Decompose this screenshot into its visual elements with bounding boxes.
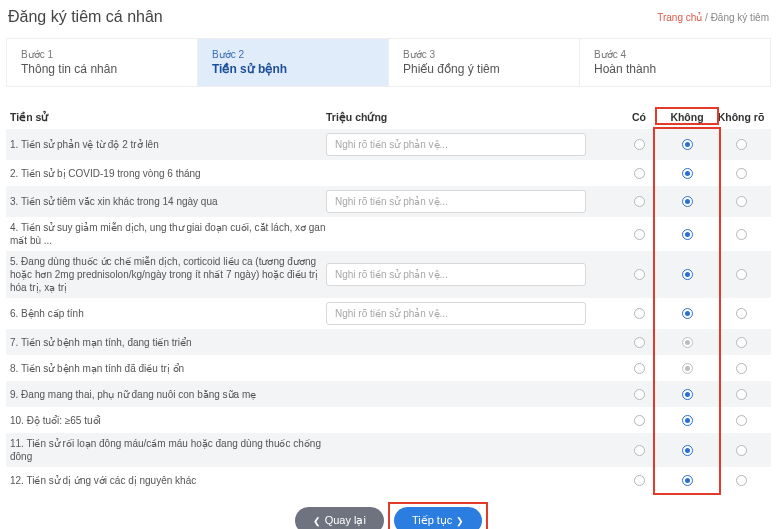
radio-yes[interactable] — [634, 389, 645, 400]
radio-no[interactable] — [682, 445, 693, 456]
radio-yes[interactable] — [634, 269, 645, 280]
symptom-input[interactable] — [326, 263, 586, 286]
radio-yes[interactable] — [634, 475, 645, 486]
radio-yes[interactable] — [634, 337, 645, 348]
row-option-cell — [711, 167, 771, 179]
row-option-cell — [615, 167, 663, 179]
table-row: 2. Tiền sử bị COVID-19 trong vòng 6 thán… — [6, 160, 771, 186]
row-label: 1. Tiền sử phản vệ từ độ 2 trở lên — [6, 138, 326, 151]
table-row: 7. Tiền sử bệnh mạn tính, đang tiến triể… — [6, 329, 771, 355]
radio-unknown[interactable] — [736, 196, 747, 207]
radio-no[interactable] — [682, 475, 693, 486]
radio-no[interactable] — [682, 337, 693, 348]
row-option-cell — [663, 196, 711, 208]
radio-unknown[interactable] — [736, 415, 747, 426]
step-label: Hoàn thành — [594, 62, 756, 76]
row-label: 9. Đang mang thai, phụ nữ đang nuôi con … — [6, 388, 326, 401]
row-label: 2. Tiền sử bị COVID-19 trong vòng 6 thán… — [6, 167, 326, 180]
radio-yes[interactable] — [634, 196, 645, 207]
row-option-cell — [663, 362, 711, 374]
radio-no[interactable] — [682, 415, 693, 426]
radio-yes[interactable] — [634, 415, 645, 426]
radio-unknown[interactable] — [736, 139, 747, 150]
table-header: Tiền sử Triệu chứng Có Không Không rõ — [6, 105, 771, 129]
row-option-cell — [615, 228, 663, 240]
row-option-cell — [711, 362, 771, 374]
radio-yes[interactable] — [634, 229, 645, 240]
step-1[interactable]: Bước 1 Thông tin cá nhân — [7, 39, 198, 86]
row-option-cell — [615, 474, 663, 486]
row-label: 10. Độ tuổi: ≥65 tuổi — [6, 414, 326, 427]
breadcrumb-home[interactable]: Trang chủ — [657, 12, 702, 23]
radio-unknown[interactable] — [736, 475, 747, 486]
radio-no[interactable] — [682, 389, 693, 400]
row-label: 3. Tiền sử tiêm vắc xin khác trong 14 ng… — [6, 195, 326, 208]
col-header-no: Không — [663, 111, 711, 123]
breadcrumb-current: Đăng ký tiêm — [711, 12, 769, 23]
step-num: Bước 2 — [212, 49, 374, 60]
row-option-cell — [615, 269, 663, 281]
row-option-cell — [711, 474, 771, 486]
col-header-unknown: Không rõ — [711, 111, 771, 123]
radio-unknown[interactable] — [736, 269, 747, 280]
radio-yes[interactable] — [634, 308, 645, 319]
radio-no[interactable] — [682, 363, 693, 374]
back-button[interactable]: ❮ Quay lại — [295, 507, 384, 529]
radio-unknown[interactable] — [736, 389, 747, 400]
row-option-cell — [711, 196, 771, 208]
radio-no[interactable] — [682, 229, 693, 240]
step-num: Bước 3 — [403, 49, 565, 60]
symptom-input[interactable] — [326, 302, 586, 325]
radio-unknown[interactable] — [736, 168, 747, 179]
radio-no[interactable] — [682, 168, 693, 179]
row-symptom-cell — [326, 133, 615, 156]
row-label: 4. Tiền sử suy giảm miễn dịch, ung thư g… — [6, 221, 326, 247]
radio-no[interactable] — [682, 308, 693, 319]
table-row: 3. Tiền sử tiêm vắc xin khác trong 14 ng… — [6, 186, 771, 217]
radio-yes[interactable] — [634, 445, 645, 456]
radio-unknown[interactable] — [736, 308, 747, 319]
radio-no[interactable] — [682, 139, 693, 150]
step-num: Bước 1 — [21, 49, 183, 60]
col-header-symptom: Triệu chứng — [326, 111, 615, 123]
radio-unknown[interactable] — [736, 363, 747, 374]
back-button-label: Quay lại — [325, 514, 366, 527]
row-option-cell — [615, 362, 663, 374]
radio-yes[interactable] — [634, 363, 645, 374]
table-row: 8. Tiền sử bệnh mạn tính đã điều trị ổn — [6, 355, 771, 381]
table-row: 5. Đang dùng thuốc ức chế miễn dịch, cor… — [6, 251, 771, 298]
next-button-label: Tiếp tục — [412, 514, 453, 527]
radio-no[interactable] — [682, 196, 693, 207]
row-option-cell — [615, 308, 663, 320]
symptom-input[interactable] — [326, 190, 586, 213]
symptom-input[interactable] — [326, 133, 586, 156]
row-option-cell — [663, 139, 711, 151]
table-row: 10. Độ tuổi: ≥65 tuổi — [6, 407, 771, 433]
radio-unknown[interactable] — [736, 337, 747, 348]
step-label: Phiếu đồng ý tiêm — [403, 62, 565, 76]
row-option-cell — [663, 336, 711, 348]
chevron-left-icon: ❮ — [313, 516, 321, 526]
table-row: 1. Tiền sử phản vệ từ độ 2 trở lên — [6, 129, 771, 160]
next-button[interactable]: Tiếp tục ❯ — [394, 507, 483, 529]
breadcrumb: Trang chủ / Đăng ký tiêm — [657, 12, 769, 23]
step-label: Thông tin cá nhân — [21, 62, 183, 76]
row-option-cell — [615, 336, 663, 348]
step-2[interactable]: Bước 2 Tiền sử bệnh — [198, 39, 389, 86]
radio-yes[interactable] — [634, 168, 645, 179]
row-symptom-cell — [326, 302, 615, 325]
row-label: 12. Tiền sử dị ứng với các dị nguyên khá… — [6, 474, 326, 487]
row-symptom-cell — [326, 263, 615, 286]
row-label: 5. Đang dùng thuốc ức chế miễn dịch, cor… — [6, 255, 326, 294]
row-option-cell — [663, 308, 711, 320]
row-label: 7. Tiền sử bệnh mạn tính, đang tiến triể… — [6, 336, 326, 349]
radio-unknown[interactable] — [736, 445, 747, 456]
row-option-cell — [711, 139, 771, 151]
step-4[interactable]: Bước 4 Hoàn thành — [580, 39, 770, 86]
step-3[interactable]: Bước 3 Phiếu đồng ý tiêm — [389, 39, 580, 86]
row-symptom-cell — [326, 190, 615, 213]
radio-no[interactable] — [682, 269, 693, 280]
radio-yes[interactable] — [634, 139, 645, 150]
chevron-right-icon: ❯ — [456, 516, 464, 526]
radio-unknown[interactable] — [736, 229, 747, 240]
